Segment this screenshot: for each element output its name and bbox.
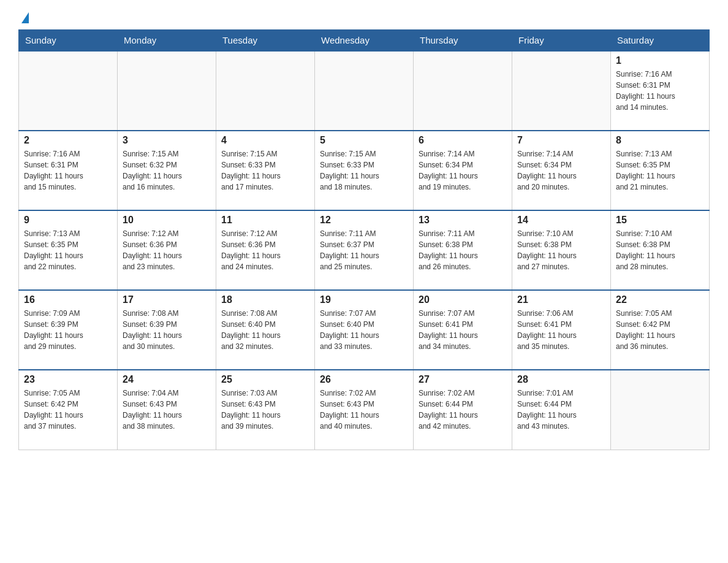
day-number: 12 <box>320 215 408 226</box>
day-number: 13 <box>419 215 507 226</box>
day-info: Sunrise: 7:12 AM Sunset: 6:36 PM Dayligh… <box>221 228 309 272</box>
calendar-cell <box>19 51 118 131</box>
calendar-cell: 13Sunrise: 7:11 AM Sunset: 6:38 PM Dayli… <box>414 210 512 290</box>
day-info: Sunrise: 7:09 AM Sunset: 6:39 PM Dayligh… <box>24 308 112 352</box>
day-info: Sunrise: 7:11 AM Sunset: 6:37 PM Dayligh… <box>320 228 408 272</box>
calendar-cell <box>315 51 414 131</box>
calendar-cell: 24Sunrise: 7:04 AM Sunset: 6:43 PM Dayli… <box>118 370 216 450</box>
calendar-cell: 17Sunrise: 7:08 AM Sunset: 6:39 PM Dayli… <box>118 290 216 370</box>
day-info: Sunrise: 7:02 AM Sunset: 6:43 PM Dayligh… <box>320 388 408 432</box>
day-number: 11 <box>221 215 309 226</box>
day-info: Sunrise: 7:14 AM Sunset: 6:34 PM Dayligh… <box>517 148 605 193</box>
calendar-cell: 27Sunrise: 7:02 AM Sunset: 6:44 PM Dayli… <box>414 370 512 450</box>
day-number: 15 <box>616 215 704 226</box>
calendar-cell: 16Sunrise: 7:09 AM Sunset: 6:39 PM Dayli… <box>19 290 118 370</box>
day-info: Sunrise: 7:10 AM Sunset: 6:38 PM Dayligh… <box>616 228 704 272</box>
day-info: Sunrise: 7:03 AM Sunset: 6:43 PM Dayligh… <box>221 388 309 432</box>
calendar-cell: 22Sunrise: 7:05 AM Sunset: 6:42 PM Dayli… <box>611 290 710 370</box>
day-number: 2 <box>24 135 112 146</box>
calendar-week-row: 2Sunrise: 7:16 AM Sunset: 6:31 PM Daylig… <box>19 131 710 210</box>
day-number: 8 <box>616 135 704 146</box>
calendar-cell: 1Sunrise: 7:16 AM Sunset: 6:31 PM Daylig… <box>611 51 710 131</box>
logo-triangle-icon <box>21 12 29 23</box>
day-info: Sunrise: 7:01 AM Sunset: 6:44 PM Dayligh… <box>517 388 605 432</box>
weekday-header-saturday: Saturday <box>611 30 710 52</box>
day-number: 28 <box>517 374 605 385</box>
calendar-cell: 4Sunrise: 7:15 AM Sunset: 6:33 PM Daylig… <box>216 131 315 210</box>
calendar-cell <box>611 370 710 450</box>
day-number: 26 <box>320 374 408 385</box>
day-number: 27 <box>419 374 507 385</box>
day-info: Sunrise: 7:13 AM Sunset: 6:35 PM Dayligh… <box>616 148 704 193</box>
calendar-cell: 7Sunrise: 7:14 AM Sunset: 6:34 PM Daylig… <box>512 131 611 210</box>
calendar-cell: 20Sunrise: 7:07 AM Sunset: 6:41 PM Dayli… <box>414 290 512 370</box>
calendar-cell: 11Sunrise: 7:12 AM Sunset: 6:36 PM Dayli… <box>216 210 315 290</box>
day-info: Sunrise: 7:13 AM Sunset: 6:35 PM Dayligh… <box>24 228 112 272</box>
calendar-cell: 15Sunrise: 7:10 AM Sunset: 6:38 PM Dayli… <box>611 210 710 290</box>
calendar-cell: 25Sunrise: 7:03 AM Sunset: 6:43 PM Dayli… <box>216 370 315 450</box>
day-info: Sunrise: 7:08 AM Sunset: 6:40 PM Dayligh… <box>221 308 309 352</box>
day-number: 9 <box>24 215 112 226</box>
day-info: Sunrise: 7:07 AM Sunset: 6:41 PM Dayligh… <box>419 308 507 352</box>
weekday-header-wednesday: Wednesday <box>315 30 414 52</box>
calendar-cell: 5Sunrise: 7:15 AM Sunset: 6:33 PM Daylig… <box>315 131 414 210</box>
calendar-cell: 9Sunrise: 7:13 AM Sunset: 6:35 PM Daylig… <box>19 210 118 290</box>
calendar-cell <box>118 51 216 131</box>
calendar-cell: 28Sunrise: 7:01 AM Sunset: 6:44 PM Dayli… <box>512 370 611 450</box>
day-info: Sunrise: 7:07 AM Sunset: 6:40 PM Dayligh… <box>320 308 408 352</box>
day-info: Sunrise: 7:12 AM Sunset: 6:36 PM Dayligh… <box>123 228 211 272</box>
day-info: Sunrise: 7:15 AM Sunset: 6:32 PM Dayligh… <box>123 148 211 193</box>
calendar-week-row: 1Sunrise: 7:16 AM Sunset: 6:31 PM Daylig… <box>19 51 710 131</box>
calendar-cell: 12Sunrise: 7:11 AM Sunset: 6:37 PM Dayli… <box>315 210 414 290</box>
day-number: 19 <box>320 294 408 305</box>
day-number: 23 <box>24 374 112 385</box>
calendar-week-row: 23Sunrise: 7:05 AM Sunset: 6:42 PM Dayli… <box>19 370 710 450</box>
calendar-cell: 21Sunrise: 7:06 AM Sunset: 6:41 PM Dayli… <box>512 290 611 370</box>
day-number: 17 <box>123 294 211 305</box>
day-info: Sunrise: 7:16 AM Sunset: 6:31 PM Dayligh… <box>616 69 704 113</box>
weekday-header-thursday: Thursday <box>414 30 512 52</box>
calendar-header-row: SundayMondayTuesdayWednesdayThursdayFrid… <box>19 30 710 52</box>
day-info: Sunrise: 7:06 AM Sunset: 6:41 PM Dayligh… <box>517 308 605 352</box>
day-number: 5 <box>320 135 408 146</box>
day-info: Sunrise: 7:05 AM Sunset: 6:42 PM Dayligh… <box>616 308 704 352</box>
calendar-cell <box>512 51 611 131</box>
calendar-cell: 10Sunrise: 7:12 AM Sunset: 6:36 PM Dayli… <box>118 210 216 290</box>
day-info: Sunrise: 7:16 AM Sunset: 6:31 PM Dayligh… <box>24 148 112 193</box>
calendar-week-row: 9Sunrise: 7:13 AM Sunset: 6:35 PM Daylig… <box>19 210 710 290</box>
calendar-cell: 14Sunrise: 7:10 AM Sunset: 6:38 PM Dayli… <box>512 210 611 290</box>
day-number: 20 <box>419 294 507 305</box>
calendar-cell: 26Sunrise: 7:02 AM Sunset: 6:43 PM Dayli… <box>315 370 414 450</box>
day-number: 3 <box>123 135 211 146</box>
day-number: 21 <box>517 294 605 305</box>
page-header <box>18 12 710 23</box>
day-info: Sunrise: 7:05 AM Sunset: 6:42 PM Dayligh… <box>24 388 112 432</box>
day-number: 7 <box>517 135 605 146</box>
calendar-cell: 8Sunrise: 7:13 AM Sunset: 6:35 PM Daylig… <box>611 131 710 210</box>
day-number: 1 <box>616 55 704 66</box>
day-number: 16 <box>24 294 112 305</box>
weekday-header-friday: Friday <box>512 30 611 52</box>
calendar-cell <box>216 51 315 131</box>
day-number: 6 <box>419 135 507 146</box>
calendar-cell: 18Sunrise: 7:08 AM Sunset: 6:40 PM Dayli… <box>216 290 315 370</box>
day-info: Sunrise: 7:02 AM Sunset: 6:44 PM Dayligh… <box>419 388 507 432</box>
day-number: 24 <box>123 374 211 385</box>
day-info: Sunrise: 7:14 AM Sunset: 6:34 PM Dayligh… <box>419 148 507 193</box>
day-info: Sunrise: 7:11 AM Sunset: 6:38 PM Dayligh… <box>419 228 507 272</box>
weekday-header-sunday: Sunday <box>19 30 118 52</box>
day-number: 22 <box>616 294 704 305</box>
day-info: Sunrise: 7:15 AM Sunset: 6:33 PM Dayligh… <box>320 148 408 193</box>
day-number: 14 <box>517 215 605 226</box>
weekday-header-monday: Monday <box>118 30 216 52</box>
day-info: Sunrise: 7:08 AM Sunset: 6:39 PM Dayligh… <box>123 308 211 352</box>
calendar-cell: 23Sunrise: 7:05 AM Sunset: 6:42 PM Dayli… <box>19 370 118 450</box>
day-info: Sunrise: 7:15 AM Sunset: 6:33 PM Dayligh… <box>221 148 309 193</box>
day-info: Sunrise: 7:10 AM Sunset: 6:38 PM Dayligh… <box>517 228 605 272</box>
day-number: 18 <box>221 294 309 305</box>
day-number: 4 <box>221 135 309 146</box>
day-number: 10 <box>123 215 211 226</box>
calendar-cell: 19Sunrise: 7:07 AM Sunset: 6:40 PM Dayli… <box>315 290 414 370</box>
calendar-cell: 3Sunrise: 7:15 AM Sunset: 6:32 PM Daylig… <box>118 131 216 210</box>
calendar-cell <box>414 51 512 131</box>
